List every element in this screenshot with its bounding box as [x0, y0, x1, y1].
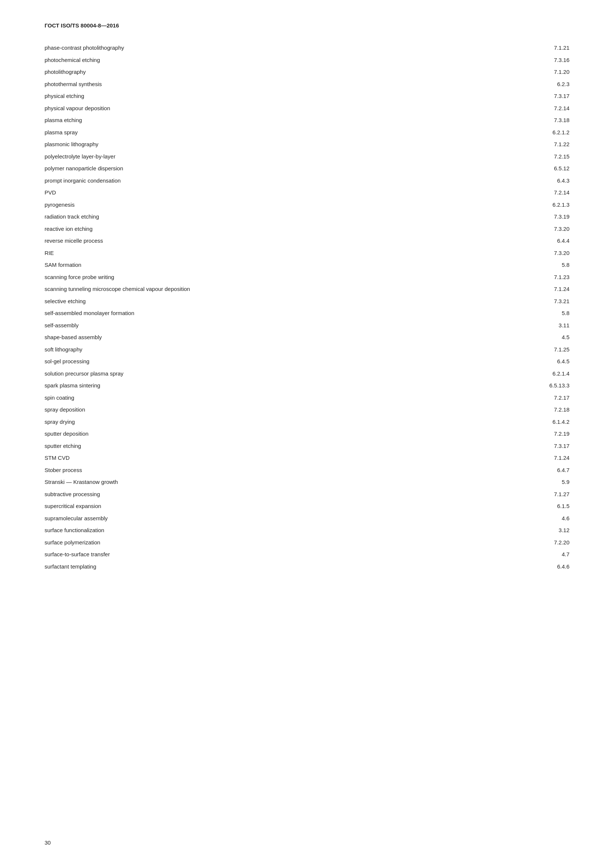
ref-cell: 7.3.18: [439, 114, 570, 127]
ref-cell: 7.3.16: [439, 54, 570, 67]
term-cell: surfactant templating: [45, 561, 439, 573]
ref-cell: 4.6: [439, 513, 570, 525]
ref-cell: 6.4.3: [439, 175, 570, 187]
ref-cell: 7.1.22: [439, 138, 570, 151]
ref-cell: 6.2.1.2: [439, 127, 570, 139]
term-cell: spark plasma sintering: [45, 380, 439, 392]
term-cell: STM CVD: [45, 452, 439, 464]
term-cell: polymer nanoparticle dispersion: [45, 163, 439, 175]
table-row: self-assembly3.11: [45, 319, 569, 332]
term-cell: prompt inorganic condensation: [45, 175, 439, 187]
ref-cell: 6.4.7: [439, 464, 570, 476]
table-row: plasma spray6.2.1.2: [45, 127, 569, 139]
table-row: scanning tunneling microscope chemical v…: [45, 283, 569, 295]
table-row: radiation track etching7.3.19: [45, 211, 569, 223]
table-row: physical etching7.3.17: [45, 90, 569, 102]
table-row: Stranski — Krastanow growth5.9: [45, 476, 569, 488]
term-cell: Stober process: [45, 464, 439, 476]
ref-cell: 4.7: [439, 549, 570, 561]
term-cell: spray drying: [45, 416, 439, 428]
table-row: sputter deposition7.2.19: [45, 428, 569, 440]
table-row: phase-contrast photolithography7.1.21: [45, 42, 569, 54]
index-table: phase-contrast photolithography7.1.21pho…: [45, 42, 569, 573]
table-row: photochemical etching7.3.16: [45, 54, 569, 67]
table-row: selective etching7.3.21: [45, 295, 569, 308]
table-row: supramolecular assembly4.6: [45, 513, 569, 525]
table-row: shape-based assembly4.5: [45, 332, 569, 344]
ref-cell: 6.4.5: [439, 355, 570, 368]
table-row: SAM formation5.8: [45, 259, 569, 271]
ref-cell: 7.1.27: [439, 488, 570, 501]
term-cell: self-assembly: [45, 319, 439, 332]
table-row: polyelectrolyte layer-by-layer7.2.15: [45, 151, 569, 163]
page-number: 30: [45, 839, 51, 846]
term-cell: spin coating: [45, 392, 439, 404]
term-cell: pyrogenesis: [45, 199, 439, 211]
ref-cell: 7.2.17: [439, 392, 570, 404]
table-row: reactive ion etching7.3.20: [45, 223, 569, 235]
term-cell: plasmonic lithography: [45, 138, 439, 151]
term-cell: photochemical etching: [45, 54, 439, 67]
ref-cell: 6.2.3: [439, 78, 570, 91]
term-cell: surface polymerization: [45, 536, 439, 549]
term-cell: supercritical expansion: [45, 500, 439, 513]
table-row: spark plasma sintering6.5.13.3: [45, 380, 569, 392]
term-cell: self-assembled monolayer formation: [45, 307, 439, 319]
term-cell: solution precursor plasma spray: [45, 368, 439, 380]
table-row: STM CVD7.1.24: [45, 452, 569, 464]
ref-cell: 6.5.12: [439, 163, 570, 175]
term-cell: physical etching: [45, 90, 439, 102]
term-cell: shape-based assembly: [45, 332, 439, 344]
table-row: photolithography7.1.20: [45, 66, 569, 78]
ref-cell: 7.1.21: [439, 42, 570, 54]
table-row: surface-to-surface transfer4.7: [45, 549, 569, 561]
table-row: sol-gel processing6.4.5: [45, 355, 569, 368]
term-cell: reverse micelle process: [45, 235, 439, 247]
table-row: scanning force probe writing7.1.23: [45, 271, 569, 284]
ref-cell: 7.3.17: [439, 90, 570, 102]
table-row: photothermal synthesis6.2.3: [45, 78, 569, 91]
term-cell: scanning force probe writing: [45, 271, 439, 284]
page: ГОСТ ISO/TS 80004-8—2016 phase-contrast …: [0, 0, 614, 868]
ref-cell: 6.1.5: [439, 500, 570, 513]
ref-cell: 7.3.17: [439, 440, 570, 453]
table-row: pyrogenesis6.2.1.3: [45, 199, 569, 211]
table-row: solution precursor plasma spray6.2.1.4: [45, 368, 569, 380]
ref-cell: 6.1.4.2: [439, 416, 570, 428]
ref-cell: 7.3.21: [439, 295, 570, 308]
ref-cell: 7.1.23: [439, 271, 570, 284]
ref-cell: 3.11: [439, 319, 570, 332]
table-row: surface polymerization7.2.20: [45, 536, 569, 549]
term-cell: polyelectrolyte layer-by-layer: [45, 151, 439, 163]
ref-cell: 7.3.19: [439, 211, 570, 223]
term-cell: plasma etching: [45, 114, 439, 127]
table-row: physical vapour deposition7.2.14: [45, 102, 569, 115]
ref-cell: 7.3.20: [439, 223, 570, 235]
table-row: supercritical expansion6.1.5: [45, 500, 569, 513]
ref-cell: 7.2.14: [439, 102, 570, 115]
table-row: polymer nanoparticle dispersion6.5.12: [45, 163, 569, 175]
table-row: self-assembled monolayer formation5.8: [45, 307, 569, 319]
table-row: RIE7.3.20: [45, 247, 569, 259]
ref-cell: 7.2.19: [439, 428, 570, 440]
table-row: subtractive processing7.1.27: [45, 488, 569, 501]
ref-cell: 6.2.1.4: [439, 368, 570, 380]
term-cell: plasma spray: [45, 127, 439, 139]
ref-cell: 6.4.6: [439, 561, 570, 573]
table-row: sputter etching7.3.17: [45, 440, 569, 453]
table-row: soft lithography7.1.25: [45, 344, 569, 356]
term-cell: PVD: [45, 187, 439, 199]
ref-cell: 5.9: [439, 476, 570, 488]
ref-cell: 7.1.24: [439, 283, 570, 295]
term-cell: RIE: [45, 247, 439, 259]
term-cell: radiation track etching: [45, 211, 439, 223]
term-cell: sol-gel processing: [45, 355, 439, 368]
table-row: reverse micelle process6.4.4: [45, 235, 569, 247]
term-cell: phase-contrast photolithography: [45, 42, 439, 54]
table-row: plasma etching7.3.18: [45, 114, 569, 127]
term-cell: photolithography: [45, 66, 439, 78]
table-row: plasmonic lithography7.1.22: [45, 138, 569, 151]
ref-cell: 5.8: [439, 259, 570, 271]
term-cell: selective etching: [45, 295, 439, 308]
table-row: surfactant templating6.4.6: [45, 561, 569, 573]
